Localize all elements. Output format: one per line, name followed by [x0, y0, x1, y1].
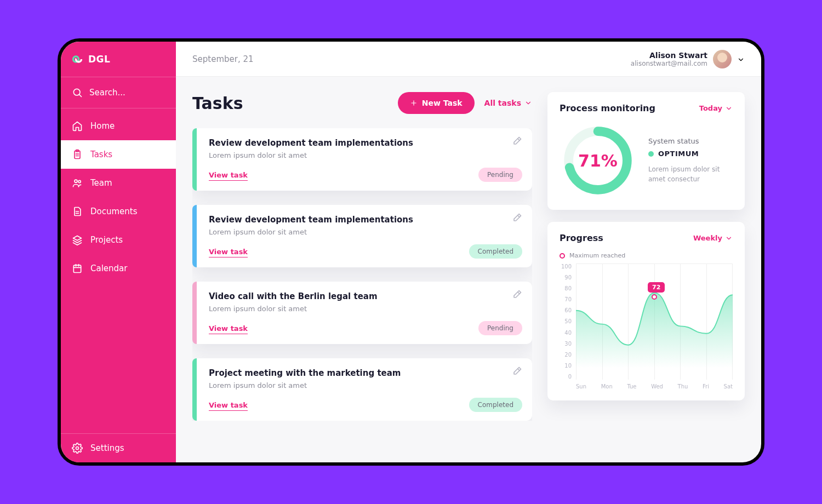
team-icon — [72, 177, 83, 188]
svg-point-8 — [75, 180, 77, 182]
sidebar-item-label: Projects — [90, 235, 123, 245]
edit-icon[interactable] — [511, 289, 522, 300]
avatar — [713, 50, 732, 68]
progress-filter[interactable]: Weekly — [693, 234, 733, 242]
sidebar-item-tasks[interactable]: Tasks — [61, 140, 176, 169]
chevron-down-icon — [725, 234, 733, 242]
panel-title: Process monitoring — [560, 103, 655, 113]
view-task-link[interactable]: View task — [209, 248, 248, 257]
new-task-label: New Task — [422, 99, 463, 107]
chevron-down-icon — [725, 105, 733, 112]
task-title: Video call with the Berlin legal team — [209, 291, 520, 301]
status-label: System status — [648, 137, 733, 145]
gear-icon — [72, 443, 83, 454]
sidebar-item-label: Team — [90, 178, 112, 188]
current-date: September, 21 — [192, 54, 254, 64]
peak-badge: 72 — [648, 282, 665, 293]
edit-icon[interactable] — [511, 366, 522, 377]
widgets-column: Process monitoring Today 71% — [547, 92, 745, 447]
task-card: Review development team implementations … — [192, 128, 532, 191]
clipboard-icon — [72, 149, 83, 160]
sidebar-item-settings[interactable]: Settings — [61, 433, 176, 462]
edit-icon[interactable] — [511, 213, 522, 224]
user-menu[interactable]: Alison Stwart alisonstwart@mail.com — [631, 50, 745, 68]
task-subtitle: Lorem ipsum dolor sit amet — [209, 381, 520, 390]
view-task-link[interactable]: View task — [209, 171, 248, 181]
sidebar-search[interactable] — [61, 77, 176, 108]
calendar-icon — [72, 263, 83, 274]
home-icon — [72, 121, 83, 131]
edit-icon[interactable] — [511, 136, 522, 147]
status-badge: Completed — [469, 398, 522, 412]
task-list: Review development team implementations … — [192, 128, 532, 421]
status-description: Lorem ipsum dolor sit amet consectur — [648, 164, 733, 184]
logo-icon — [72, 54, 83, 65]
sidebar: DGL Home Tasks Team Documents — [61, 42, 176, 462]
sidebar-item-label: Documents — [90, 207, 138, 216]
task-stripe — [192, 282, 197, 344]
user-name: Alison Stwart — [631, 51, 707, 60]
view-task-link[interactable]: View task — [209, 401, 248, 411]
sidebar-item-label: Tasks — [90, 150, 112, 159]
filter-label: All tasks — [484, 99, 521, 107]
donut-value: 71% — [560, 122, 636, 199]
sidebar-item-home[interactable]: Home — [61, 112, 176, 140]
svg-marker-12 — [73, 236, 82, 240]
content: Tasks New Task All tasks Review developm… — [176, 77, 761, 462]
status-badge: Pending — [478, 168, 522, 182]
chart-legend: Maximum reached — [560, 252, 733, 259]
svg-point-9 — [78, 180, 81, 182]
task-title: Review development team implementations — [209, 138, 520, 148]
search-icon — [72, 87, 83, 98]
tasks-header: Tasks New Task All tasks — [192, 92, 532, 114]
legend-marker-icon — [560, 253, 565, 259]
status-dot-icon — [648, 151, 654, 157]
tasks-filter[interactable]: All tasks — [484, 99, 532, 107]
status-value: OPTIMUM — [658, 150, 699, 158]
task-title: Project meeting with the marketing team — [209, 368, 520, 378]
progress-chart: 1009080706050403020100 72 SunMonTueWedTh… — [560, 264, 733, 390]
layers-icon — [72, 234, 83, 245]
process-filter[interactable]: Today — [699, 104, 733, 112]
task-card: Review development team implementations … — [192, 205, 532, 267]
sidebar-item-calendar[interactable]: Calendar — [61, 254, 176, 283]
sidebar-item-label: Home — [90, 121, 115, 131]
sidebar-item-projects[interactable]: Projects — [61, 226, 176, 254]
sidebar-item-label: Settings — [90, 443, 124, 453]
user-email: alisonstwart@mail.com — [631, 60, 707, 67]
app-frame: DGL Home Tasks Team Documents — [58, 38, 764, 466]
task-subtitle: Lorem ipsum dolor sit amet — [209, 305, 520, 313]
task-subtitle: Lorem ipsum dolor sit amet — [209, 228, 520, 236]
process-panel: Process monitoring Today 71% — [547, 92, 745, 210]
task-title: Review development team implementations — [209, 215, 520, 225]
svg-line-3 — [79, 95, 82, 97]
sidebar-item-team[interactable]: Team — [61, 169, 176, 197]
page-title: Tasks — [192, 94, 388, 113]
chevron-down-icon — [737, 55, 745, 63]
brand: DGL — [61, 42, 176, 77]
brand-name: DGL — [88, 54, 110, 65]
status-badge: Pending — [478, 321, 522, 335]
task-card: Video call with the Berlin legal team Lo… — [192, 282, 532, 344]
topbar: September, 21 Alison Stwart alisonstwart… — [176, 42, 761, 77]
document-icon — [72, 206, 83, 217]
task-subtitle: Lorem ipsum dolor sit amet — [209, 151, 520, 159]
donut-chart: 71% — [560, 122, 636, 199]
new-task-button[interactable]: New Task — [398, 92, 475, 114]
status-badge: Completed — [469, 244, 522, 259]
sidebar-item-documents[interactable]: Documents — [61, 197, 176, 226]
task-stripe — [192, 205, 197, 267]
svg-rect-13 — [73, 265, 81, 272]
nav: Home Tasks Team Documents Projects Calen… — [61, 108, 176, 433]
svg-point-17 — [76, 447, 79, 450]
tasks-column: Tasks New Task All tasks Review developm… — [192, 92, 532, 447]
plus-icon — [410, 99, 418, 107]
progress-panel: Progress Weekly Maximum reached 10090807… — [547, 222, 745, 400]
search-input[interactable] — [89, 88, 165, 98]
task-stripe — [192, 358, 197, 421]
view-task-link[interactable]: View task — [209, 324, 248, 334]
task-card: Project meeting with the marketing team … — [192, 358, 532, 421]
sidebar-item-label: Calendar — [90, 264, 127, 273]
panel-title: Progress — [560, 233, 603, 243]
chevron-down-icon — [524, 99, 532, 107]
